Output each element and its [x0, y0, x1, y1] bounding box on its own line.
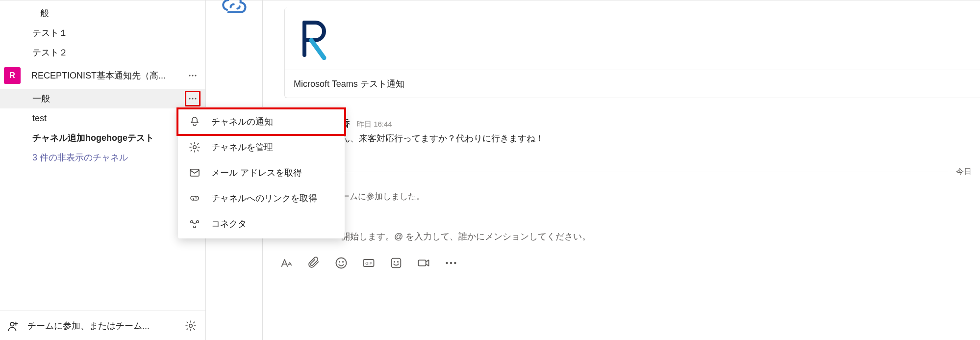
connector-icon [189, 218, 201, 230]
menu-item-label: チャネルの通知 [211, 116, 273, 128]
channel-row[interactable]: テスト１ [0, 23, 205, 43]
channel-label: 3 件の非表示のチャネル [32, 152, 128, 163]
separator-label: 今日 [956, 167, 972, 177]
channel-row[interactable]: テスト２ [0, 43, 205, 62]
mail-icon [189, 167, 201, 179]
channel-more-button[interactable] [185, 91, 201, 106]
date-separator: 今日 [310, 167, 980, 177]
menu-item-label: メール アドレスを取得 [211, 167, 302, 179]
format-button[interactable] [279, 256, 293, 270]
system-joined-message: ームに参加しました。 [341, 191, 980, 202]
bell-icon [189, 116, 201, 128]
gear-icon [189, 141, 201, 153]
menu-item-connector[interactable]: コネクタ [178, 211, 345, 236]
meet-now-button[interactable] [417, 256, 430, 270]
sticker-button[interactable] [389, 256, 403, 270]
message-timestamp: 昨日 16:44 [357, 120, 392, 129]
separator-line [310, 172, 948, 172]
card-title: Microsoft Teams テスト通知 [285, 70, 980, 98]
sidebar-settings-button[interactable] [185, 320, 197, 332]
gif-button[interactable] [362, 256, 376, 270]
menu-item-bell[interactable]: チャネルの通知 [178, 109, 345, 134]
channel-label: 一般 [32, 93, 50, 105]
channel-row[interactable]: 3 件の非表示のチャネル [0, 148, 205, 167]
channel-row[interactable]: 一般 [0, 89, 205, 108]
channel-sidebar: 般 テスト１ テスト２ R RECEPTIONIST基本通知先（高... 一般t… [0, 0, 206, 340]
team-avatar: R [4, 67, 21, 84]
rail-app-icon[interactable] [220, 0, 249, 17]
channel-label: チャネル追加hogehogeテスト [32, 132, 154, 144]
channel-label: テスト１ [32, 27, 68, 39]
compose-hint: 開始します。@ を入力して、誰かにメンションしてください。 [341, 231, 980, 242]
menu-item-mail[interactable]: メール アドレスを取得 [178, 160, 345, 185]
menu-item-label: チャネルを管理 [211, 141, 273, 153]
message-body: ん、来客対応行ってますか？代わりに行きますね！ [341, 132, 980, 144]
card-logo-row [285, 7, 980, 70]
join-team-label[interactable]: チームに参加、またはチーム... [27, 320, 185, 332]
message-row: 香 昨日 16:44 ん、来客対応行ってますか？代わりに行きますね！ [341, 118, 980, 144]
conversation-pane: Microsoft Teams テスト通知 香 昨日 16:44 ん、来客対応行… [263, 0, 980, 340]
team-row[interactable]: R RECEPTIONIST基本通知先（高... [0, 62, 205, 89]
menu-item-link[interactable]: チャネルへのリンクを取得 [178, 185, 345, 211]
emoji-button[interactable] [334, 256, 348, 270]
channel-row[interactable]: 般 [0, 3, 205, 23]
notification-card: Microsoft Teams テスト通知 [284, 7, 980, 98]
sidebar-footer: チームに参加、またはチーム... [0, 311, 205, 340]
channel-label: テスト２ [32, 47, 68, 58]
channel-row[interactable]: チャネル追加hogehogeテスト [0, 128, 205, 148]
compose-toolbar [279, 256, 980, 270]
link-icon [189, 192, 201, 204]
receptionist-logo-icon [300, 18, 329, 60]
team-name: RECEPTIONIST基本通知先（高... [31, 70, 185, 81]
channel-label: test [32, 113, 47, 124]
channel-label: 般 [40, 7, 49, 19]
team-more-button[interactable] [185, 68, 201, 83]
channel-row[interactable]: test [0, 108, 205, 128]
compose-more-button[interactable] [444, 256, 458, 270]
channel-context-menu: チャネルの通知チャネルを管理メール アドレスを取得チャネルへのリンクを取得コネク… [178, 107, 345, 238]
menu-item-gear[interactable]: チャネルを管理 [178, 134, 345, 160]
menu-item-label: チャネルへのリンクを取得 [211, 192, 317, 204]
attach-button[interactable] [307, 256, 321, 270]
menu-item-label: コネクタ [211, 218, 247, 230]
join-team-icon[interactable] [7, 319, 20, 332]
